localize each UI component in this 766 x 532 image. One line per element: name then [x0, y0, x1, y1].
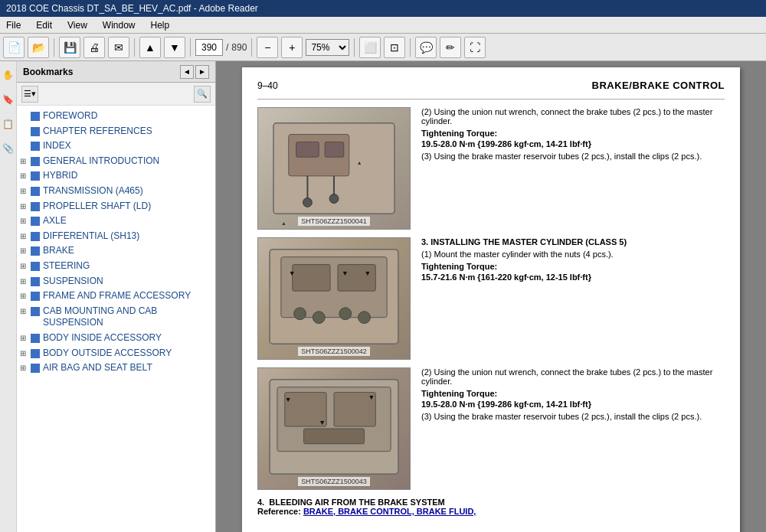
bookmark-foreword[interactable]: FOREWORD [17, 109, 215, 124]
bookmark-label-brake: BRAKE [43, 245, 212, 257]
bookmark-label-air-bag: AIR BAG AND SEAT BELT [43, 362, 212, 374]
sidebar-tools: ☰▾ 🔍 [17, 83, 215, 106]
pdf-step-3-2-content: (2) Using the union nut wrench, connect … [421, 367, 725, 386]
pdf-image-2: ▼ ▼ ▼ SHTS06ZZZ1500042 [257, 237, 411, 360]
bookmark-index[interactable]: INDEX [17, 139, 215, 154]
pdf-step-4-ref: Reference: BRAKE, BRAKE CONTROL, BRAKE F… [257, 507, 725, 516]
pdf-step-2b-content: (3) Using the brake master reservoir tub… [421, 152, 702, 161]
zoom-out-button[interactable]: − [257, 37, 278, 58]
svg-point-16 [339, 308, 352, 320]
bookmark-general-intro[interactable]: ⊞ GENERAL INTRODUCTION [17, 154, 215, 169]
bookmark-panel-icon[interactable]: 🔖 [2, 89, 15, 110]
svg-point-17 [358, 312, 371, 324]
save-button[interactable]: 💾 [59, 37, 80, 58]
pdf-img-caption-1: SHTS06ZZZ1500041 [298, 217, 370, 226]
bookmark-label-frame: FRAME AND FRAME ACCESSORY [43, 290, 212, 302]
svg-text:▼: ▼ [365, 269, 372, 277]
bookmark-icon-suspension [31, 277, 40, 286]
new-button[interactable]: 📄 [3, 37, 25, 58]
pdf-step-2-content: (2) Using the union nut wrench, connect … [421, 107, 725, 126]
pdf-step-3-cont: ▼ ▼ ▼ SHTS06ZZZ1500043 (2) Using the uni… [257, 367, 725, 490]
pdf-step-3-sub1: (1) Mount the master cylinder with the n… [421, 250, 725, 259]
pdf-image-2-svg: ▼ ▼ ▼ [258, 238, 410, 359]
svg-rect-3 [325, 142, 344, 157]
menu-help[interactable]: Help [148, 19, 173, 31]
bookmark-label-suspension: SUSPENSION [43, 276, 212, 288]
bookmark-cab-mounting[interactable]: ⊞ CAB MOUNTING AND CAB SUSPENSION [17, 304, 215, 331]
pdf-step-3-3-content: (3) Using the brake master reservoir tub… [421, 412, 702, 421]
comment-button[interactable]: 💬 [415, 37, 437, 58]
page-number-input[interactable]: 390 [195, 39, 223, 56]
fit-width-button[interactable]: ⬜ [359, 37, 381, 58]
expand-chapter-references [20, 126, 31, 136]
menu-bar: File Edit View Window Help [0, 17, 766, 34]
email-button[interactable]: ✉ [108, 37, 129, 58]
sidebar-search-button[interactable]: 🔍 [194, 86, 211, 103]
bookmark-body-outside[interactable]: ⊞ BODY OUTSIDE ACCESSORY [17, 346, 215, 361]
bookmark-icon-chapter-references [31, 127, 40, 136]
bookmark-hybrid[interactable]: ⊞ HYBRID [17, 168, 215, 184]
bookmark-label-steering: STEERING [43, 260, 212, 273]
sidebar-collapse-button[interactable]: ◄ [180, 65, 194, 79]
bookmark-transmission[interactable]: ⊞ TRANSMISSION (A465) [17, 184, 215, 199]
pdf-step-3-num: 3. INSTALLING THE MASTER CYLINDER (CLASS… [421, 237, 725, 246]
sidebar-expand-button[interactable]: ► [195, 65, 209, 79]
bookmark-steering[interactable]: ⊞ STEERING [17, 259, 215, 274]
pages-icon[interactable]: 📋 [2, 113, 15, 135]
sidebar-header: Bookmarks ◄ ► [17, 61, 215, 83]
hand-icon[interactable]: ✋ [2, 64, 15, 86]
pdf-image-3-svg: ▼ ▼ ▼ [258, 368, 410, 489]
menu-view[interactable]: View [64, 19, 90, 31]
pdf-step-3-torque-value: 15.7-21.6 N·m {161-220 kgf·cm, 12-15 lbf… [421, 273, 725, 282]
expand-frame: ⊞ [20, 291, 31, 301]
bookmark-label-axle: AXLE [43, 215, 212, 227]
fullscreen-button[interactable]: ⛶ [464, 37, 486, 58]
expand-cab-mounting: ⊞ [20, 306, 31, 316]
sidebar-options-button[interactable]: ☰▾ [21, 86, 38, 103]
bookmark-label-chapter-references: CHAPTER REFERENCES [43, 126, 212, 138]
bookmark-chapter-references[interactable]: CHAPTER REFERENCES [17, 124, 215, 139]
bookmark-air-bag[interactable]: ⊞ AIR BAG AND SEAT BELT [17, 361, 215, 376]
bookmark-label-propeller-shaft: PROPELLER SHAFT (LD) [43, 201, 212, 213]
pdf-page-number: 9–40 [257, 80, 278, 91]
menu-edit[interactable]: Edit [33, 19, 55, 31]
expand-body-outside: ⊞ [20, 348, 31, 358]
bookmark-icon-cab-mounting [31, 307, 40, 316]
bookmark-differential[interactable]: ⊞ DIFFERENTIAL (SH13) [17, 229, 215, 244]
svg-text:▼: ▼ [319, 419, 326, 426]
menu-window[interactable]: Window [100, 19, 139, 31]
open-button[interactable]: 📂 [28, 37, 49, 58]
bookmark-frame[interactable]: ⊞ FRAME AND FRAME ACCESSORY [17, 289, 215, 304]
print-button[interactable]: 🖨 [83, 37, 105, 58]
bookmark-icon-differential [31, 232, 40, 241]
bookmark-suspension[interactable]: ⊞ SUSPENSION [17, 274, 215, 289]
menu-file[interactable]: File [3, 19, 24, 31]
toolbar-separator-6 [410, 38, 411, 57]
svg-text:▼: ▼ [368, 393, 375, 401]
zoom-select[interactable]: 75% 100% 125% 150% [306, 39, 349, 56]
pdf-step-2-sub3: (3) Using the brake master reservoir tub… [421, 152, 725, 161]
pdf-step-3-text: 3. INSTALLING THE MASTER CYLINDER (CLASS… [421, 237, 725, 360]
bookmark-brake[interactable]: ⊞ BRAKE [17, 243, 215, 259]
zoom-in-button[interactable]: + [281, 37, 303, 58]
toolbar-separator-1 [54, 38, 54, 57]
markup-button[interactable]: ✏ [440, 37, 461, 58]
bookmark-propeller-shaft[interactable]: ⊞ PROPELLER SHAFT (LD) [17, 199, 215, 214]
pdf-step-3: ▼ ▼ ▼ SHTS06ZZZ1500042 3. INSTALLING THE… [257, 237, 725, 360]
bookmark-axle[interactable]: ⊞ AXLE [17, 214, 215, 229]
bookmark-body-inside[interactable]: ⊞ BODY INSIDE ACCESSORY [17, 331, 215, 346]
svg-text:▼: ▼ [342, 269, 349, 277]
pdf-step-2-text: (2) Using the union nut wrench, connect … [421, 107, 725, 230]
toolbar: 📄 📂 💾 🖨 ✉ ▲ ▼ 390 / 890 − + 75% 100% 125… [0, 34, 766, 61]
next-page-button[interactable]: ▼ [164, 37, 185, 58]
fit-page-button[interactable]: ⊡ [384, 37, 405, 58]
bookmark-label-general-intro: GENERAL INTRODUCTION [43, 155, 212, 168]
bookmark-icon-steering [31, 262, 40, 271]
expand-foreword [20, 111, 31, 121]
bookmark-icon-body-inside [31, 334, 40, 343]
expand-propeller-shaft: ⊞ [20, 201, 31, 211]
window-title: 2018 COE Chassis DT_SA_BE_HEV_AC.pdf - A… [6, 3, 258, 14]
sidebar: Bookmarks ◄ ► ☰▾ 🔍 FOREWORD CHAPTER REFE… [17, 61, 216, 532]
prev-page-button[interactable]: ▲ [139, 37, 161, 58]
attachment-icon[interactable]: 📎 [2, 138, 15, 159]
